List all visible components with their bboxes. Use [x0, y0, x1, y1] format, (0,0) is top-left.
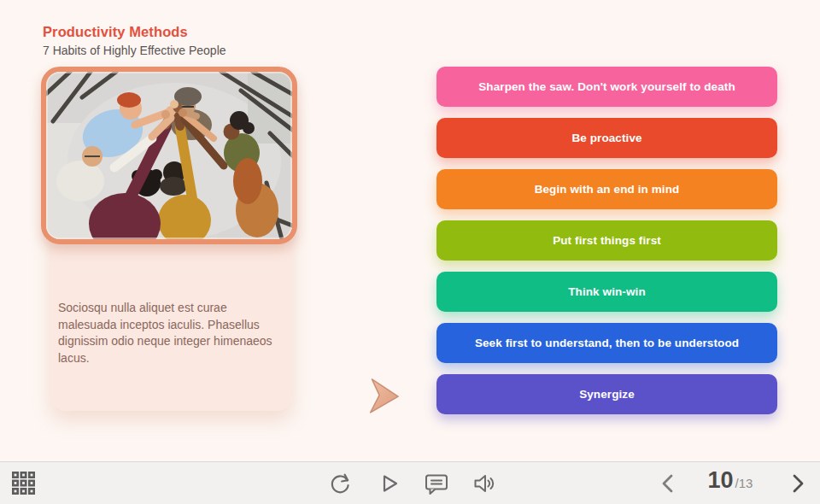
prev-slide-button[interactable]: [660, 473, 676, 494]
habit-button[interactable]: Put first things first: [436, 220, 777, 261]
page-title: Productivity Methods: [43, 24, 188, 40]
chevron-left-icon: [660, 473, 676, 494]
notes-button[interactable]: [424, 472, 449, 496]
play-icon: [377, 472, 401, 495]
volume-button[interactable]: [472, 472, 497, 495]
notes-icon: [424, 472, 449, 496]
team-high-five-photo: [46, 72, 292, 239]
next-slide-button[interactable]: [790, 473, 805, 494]
habit-button[interactable]: Sharpen the saw. Don't work yourself to …: [436, 67, 777, 107]
play-button[interactable]: [377, 472, 401, 495]
habit-button[interactable]: Be proactive: [436, 118, 777, 158]
slide-counter: 10 /13: [683, 467, 777, 500]
slide-counter-current: 10: [708, 467, 734, 494]
replay-button[interactable]: [328, 472, 352, 495]
replay-icon: [328, 472, 352, 495]
grid-menu-button[interactable]: [11, 471, 35, 495]
volume-icon: [472, 472, 497, 495]
chevron-right-icon: [790, 473, 805, 494]
next-pointer-arrow-icon: [366, 377, 402, 419]
habit-button[interactable]: Begin with an end in mind: [436, 169, 777, 209]
habit-button[interactable]: Seek first to understand, then to be und…: [436, 323, 777, 363]
photo-frame: [41, 67, 297, 244]
habit-button[interactable]: Think win-win: [436, 272, 777, 312]
page-subtitle: 7 Habits of Highly Effective People: [43, 44, 226, 57]
player-control-bar: 10 /13: [0, 461, 820, 504]
grid-menu-icon: [11, 471, 35, 495]
slide-canvas: Productivity Methods 7 Habits of Highly …: [0, 0, 820, 461]
slide-counter-total: /13: [735, 476, 753, 490]
habit-button-list: Sharpen the saw. Don't work yourself to …: [436, 67, 777, 414]
habit-button[interactable]: Synergize: [436, 374, 777, 414]
body-text: Sociosqu nulla aliquet est curae malesua…: [58, 300, 287, 366]
